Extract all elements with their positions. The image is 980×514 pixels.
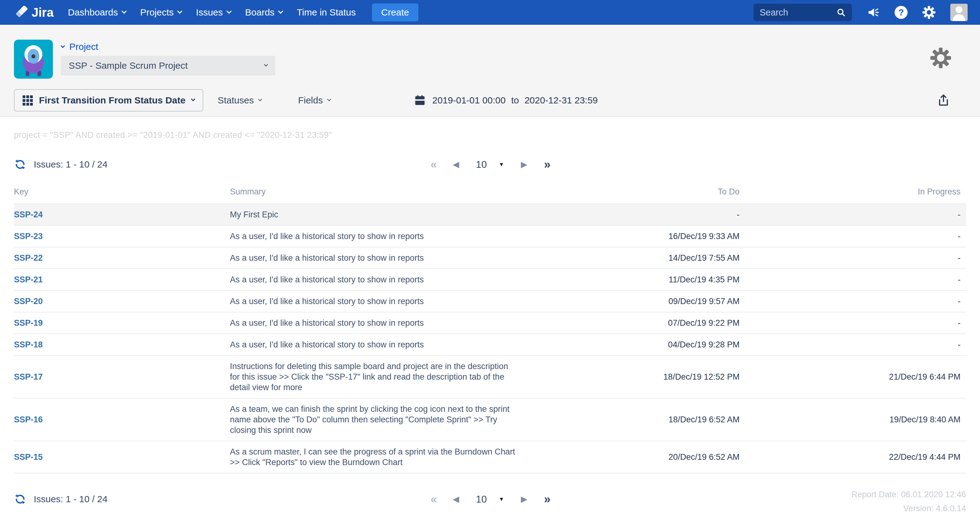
inprogress-cell: 19/Dec/19 8:40 AM — [740, 415, 961, 425]
first-page-button[interactable]: « — [430, 493, 436, 505]
todo-cell: 18/Dec/19 12:52 PM — [523, 372, 740, 382]
issues-count-label: Issues: 1 - 10 / 24 — [34, 159, 107, 170]
project-select-value: SSP - Sample Scrum Project — [69, 61, 188, 71]
prev-page-button[interactable]: ◀ — [453, 160, 459, 169]
search-box[interactable] — [754, 4, 852, 21]
table-row: SSP-22 As a user, I'd like a historical … — [14, 247, 966, 269]
report-version: Version: 4.6.0.14 — [851, 501, 966, 514]
report-grid-icon — [22, 95, 33, 105]
calendar-icon — [414, 94, 426, 107]
issue-key-link[interactable]: SSP-21 — [14, 275, 230, 284]
create-button[interactable]: Create — [372, 3, 418, 21]
column-header-key: Key — [14, 187, 230, 196]
caret-down-icon: ▼ — [498, 161, 504, 168]
nav-item-dashboards[interactable]: Dashboards — [68, 7, 126, 18]
column-header-summary: Summary — [230, 187, 523, 196]
next-page-button[interactable]: ▶ — [521, 495, 527, 503]
nav-item-label: Issues — [196, 7, 223, 18]
project-avatar — [14, 40, 53, 79]
issue-key-link[interactable]: SSP-18 — [14, 340, 230, 350]
chevron-down-icon — [60, 44, 65, 48]
table-row: SSP-23 As a user, I'd like a historical … — [14, 226, 966, 247]
issue-key-link[interactable]: SSP-22 — [14, 253, 230, 263]
issue-key-link[interactable]: SSP-15 — [14, 452, 230, 462]
nav-item-label: Time in Status — [297, 7, 356, 18]
announcements-megaphone-icon[interactable] — [866, 5, 880, 19]
issue-key-link[interactable]: SSP-20 — [14, 297, 230, 306]
nav-item-issues[interactable]: Issues — [196, 7, 231, 18]
refresh-icon[interactable] — [14, 493, 26, 505]
table-row: SSP-20 As a user, I'd like a historical … — [14, 291, 966, 313]
nav-item-time-in-status[interactable]: Time in Status — [297, 7, 356, 18]
report-type-dropdown[interactable]: First Transition From Status Date — [14, 89, 203, 112]
summary-cell: As a user, I'd like a historical story t… — [230, 296, 523, 306]
column-header-inprogress: In Progress — [740, 187, 961, 196]
jira-brand-text: Jira — [32, 6, 54, 19]
issue-key-link[interactable]: SSP-24 — [14, 210, 230, 220]
fields-label: Fields — [298, 95, 323, 105]
todo-cell: 14/Dec/19 7:55 AM — [523, 253, 740, 263]
todo-cell: - — [523, 210, 740, 220]
export-icon[interactable] — [936, 93, 951, 108]
summary-cell: As a user, I'd like a historical story t… — [230, 339, 523, 350]
search-input[interactable] — [759, 7, 836, 18]
navbar-left: Jira Dashboards Projects Issues Boards T… — [16, 3, 418, 21]
project-section-toggle[interactable]: Project — [61, 42, 98, 52]
report-toolbar: First Transition From Status Date Status… — [14, 89, 966, 112]
inprogress-cell: - — [740, 275, 961, 284]
inprogress-cell: 21/Dec/19 6:44 PM — [740, 372, 961, 382]
pagination-bottom: « ◀ 10 ▼ ▶ » — [430, 493, 550, 505]
help-icon[interactable]: ? — [895, 6, 908, 19]
prev-page-button[interactable]: ◀ — [453, 495, 459, 503]
jira-logo[interactable]: Jira — [16, 6, 54, 19]
nav-item-boards[interactable]: Boards — [245, 7, 283, 18]
report-type-label: First Transition From Status Date — [39, 95, 185, 105]
refresh-icon[interactable] — [14, 158, 26, 171]
chevron-down-icon — [258, 97, 262, 101]
report-main: project = "SSP" AND created >= "2019-01-… — [0, 130, 980, 508]
report-settings-gear-icon[interactable] — [930, 47, 951, 69]
date-to: 2020-12-31 23:59 — [525, 95, 598, 105]
first-page-button[interactable]: « — [430, 158, 436, 170]
todo-cell: 18/Dec/19 6:52 AM — [523, 415, 740, 425]
chevron-down-icon — [121, 9, 127, 14]
date-range-picker[interactable]: 2019-01-01 00:00 to 2020-12-31 23:59 — [414, 94, 598, 107]
avatar-body-silhouette — [953, 14, 965, 21]
refresh-issues[interactable]: Issues: 1 - 10 / 24 — [14, 158, 107, 171]
search-icon[interactable] — [836, 7, 846, 18]
page-size-select[interactable]: 10 ▼ — [476, 159, 504, 170]
issue-key-link[interactable]: SSP-23 — [14, 231, 230, 241]
table-row: SSP-18 As a user, I'd like a historical … — [14, 334, 966, 356]
table-header-row: Key Summary To Do In Progress — [14, 187, 966, 204]
inprogress-cell: - — [740, 231, 961, 241]
issues-bar-bottom: Issues: 1 - 10 / 24 « ◀ 10 ▼ ▶ » Report … — [14, 490, 966, 508]
project-select[interactable]: SSP - Sample Scrum Project — [60, 56, 275, 75]
table-row: SSP-17 Instructions for deleting this sa… — [14, 356, 966, 399]
fields-dropdown[interactable]: Fields — [298, 95, 331, 105]
jira-logo-icon — [16, 6, 29, 19]
caret-down-icon: ▼ — [498, 496, 504, 503]
statuses-dropdown[interactable]: Statuses — [218, 95, 261, 105]
nav-item-label: Boards — [245, 7, 274, 18]
next-page-button[interactable]: ▶ — [521, 160, 527, 169]
issue-key-link[interactable]: SSP-17 — [14, 372, 230, 382]
page-size-select[interactable]: 10 ▼ — [476, 493, 504, 505]
issues-count-label: Issues: 1 - 10 / 24 — [34, 494, 107, 504]
issues-table: Key Summary To Do In Progress SSP-24 My … — [14, 187, 966, 473]
nav-item-projects[interactable]: Projects — [140, 7, 181, 18]
issue-key-link[interactable]: SSP-16 — [14, 415, 230, 425]
summary-cell: As a user, I'd like a historical story t… — [230, 275, 523, 285]
page-size-value: 10 — [476, 159, 487, 170]
last-page-button[interactable]: » — [544, 158, 550, 170]
last-page-button[interactable]: » — [544, 493, 550, 505]
settings-gear-icon[interactable] — [922, 5, 936, 19]
todo-cell: 11/Dec/19 4:35 PM — [523, 275, 740, 284]
report-header-band: Project SSP - Sample Scrum Project — [0, 25, 980, 117]
inprogress-cell: 22/Dec/19 4:44 PM — [740, 452, 961, 462]
nav-item-label: Dashboards — [68, 7, 118, 18]
refresh-issues[interactable]: Issues: 1 - 10 / 24 — [14, 493, 107, 505]
user-avatar[interactable] — [950, 4, 967, 21]
inprogress-cell: - — [740, 253, 961, 263]
summary-cell: Instructions for deleting this sample bo… — [230, 361, 523, 393]
issue-key-link[interactable]: SSP-19 — [14, 318, 230, 328]
